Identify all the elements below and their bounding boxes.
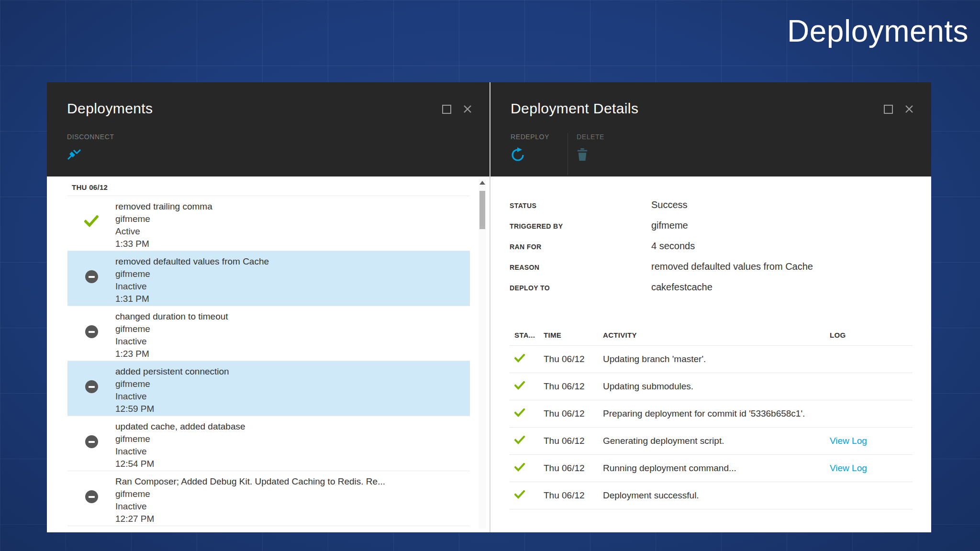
table-row: Thu 06/12 Deployment successful. xyxy=(510,482,913,509)
deployment-item-text: removed defaulted values from Cache gifm… xyxy=(115,251,269,306)
success-check-icon xyxy=(514,381,544,392)
row-time: Thu 06/12 xyxy=(544,490,603,501)
field-label: RAN FOR xyxy=(510,241,651,251)
redeploy-button[interactable]: REDEPLOY xyxy=(511,133,568,162)
deployment-state: Inactive xyxy=(115,280,269,293)
deployment-item[interactable]: Ran Composer; Added Debug Kit. Updated C… xyxy=(67,471,470,526)
command-bar: DISCONNECT xyxy=(67,133,114,162)
deployment-state: Inactive xyxy=(115,445,245,458)
row-time: Thu 06/12 xyxy=(544,381,603,392)
field-label: REASON xyxy=(510,261,651,271)
commit-message: updated cache, added database xyxy=(115,420,245,433)
activity-table: STA... TIME ACTIVITY LOG Thu 06/12 Updat… xyxy=(510,331,913,509)
deployment-state: Active xyxy=(115,225,212,238)
column-header-activity: ACTIVITY xyxy=(603,331,830,339)
inactive-minus-icon xyxy=(67,416,115,471)
row-time: Thu 06/12 xyxy=(544,463,603,474)
deployment-item[interactable]: removed trailing comma gifmeme Active 1:… xyxy=(67,196,470,251)
blade-title: Deployment Details xyxy=(511,100,638,117)
delete-button[interactable]: DELETE xyxy=(577,133,604,162)
close-icon[interactable] xyxy=(463,104,472,114)
success-check-icon xyxy=(514,463,544,474)
deployment-time: 12:54 PM xyxy=(115,458,245,470)
disconnect-label: DISCONNECT xyxy=(67,133,114,141)
field-row: TRIGGERED BY gifmeme xyxy=(510,220,912,241)
deployment-time: 12:59 PM xyxy=(115,403,229,415)
deployment-details-blade: Deployment Details REDEPLOY xyxy=(490,82,931,532)
deployment-state: Inactive xyxy=(115,390,229,403)
field-label: STATUS xyxy=(510,199,651,209)
inactive-minus-icon xyxy=(67,361,115,416)
row-time: Thu 06/12 xyxy=(544,408,603,419)
desktop-background: Deployments Deployments DISCONNECT xyxy=(0,0,980,551)
deployment-item[interactable]: updated cache, added database gifmeme In… xyxy=(67,416,470,471)
command-divider xyxy=(568,133,568,175)
activity-table-header: STA... TIME ACTIVITY LOG xyxy=(510,331,913,346)
commit-message: Ran Composer; Added Debug Kit. Updated C… xyxy=(115,475,385,488)
field-label: DEPLOY TO xyxy=(510,282,651,292)
window-controls xyxy=(442,104,472,114)
field-label: TRIGGERED BY xyxy=(510,220,651,230)
inactive-minus-icon xyxy=(67,251,115,306)
deployment-item-text: changed duration to timeout gifmeme Inac… xyxy=(115,306,228,361)
row-activity: Updating submodules. xyxy=(603,381,830,392)
window-controls xyxy=(884,104,914,114)
deployment-details-blade-header: Deployment Details REDEPLOY xyxy=(490,82,931,176)
deployment-state: Inactive xyxy=(115,500,385,513)
commit-message: removed defaulted values from Cache xyxy=(115,255,269,268)
field-value: gifmeme xyxy=(651,220,688,231)
deployment-item[interactable]: added persistent connection gifmeme Inac… xyxy=(67,361,470,416)
success-check-icon xyxy=(514,490,544,501)
success-check-icon xyxy=(514,408,544,419)
restore-icon[interactable] xyxy=(884,105,893,114)
row-activity: Deployment successful. xyxy=(603,490,830,501)
field-row: DEPLOY TO cakefestcache xyxy=(510,282,912,302)
deployment-item[interactable]: changed duration to timeout gifmeme Inac… xyxy=(67,306,470,361)
row-activity: Updating branch 'master'. xyxy=(603,354,830,364)
deployment-item-text: updated cache, added database gifmeme In… xyxy=(115,416,245,471)
author: gifmeme xyxy=(115,323,228,335)
blades-container: Deployments DISCONNECT xyxy=(47,82,931,532)
row-time: Thu 06/12 xyxy=(544,354,603,364)
field-value: Success xyxy=(651,199,688,210)
deployments-list-panel: THU 06/12 removed trailing comma gifmeme… xyxy=(47,176,490,532)
commit-message: added persistent connection xyxy=(115,365,229,378)
commit-message: removed trailing comma xyxy=(115,200,212,213)
scroll-up-icon[interactable] xyxy=(479,181,485,185)
row-activity: Preparing deployment for commit id '5336… xyxy=(603,408,830,419)
table-row: Thu 06/12 Running deployment command... … xyxy=(510,455,913,482)
table-row: Thu 06/12 Preparing deployment for commi… xyxy=(510,400,913,428)
author: gifmeme xyxy=(115,378,229,390)
view-log-link[interactable]: View Log xyxy=(830,463,913,474)
restore-icon[interactable] xyxy=(442,105,451,114)
vertical-scrollbar[interactable] xyxy=(479,178,486,529)
command-bar: REDEPLOY DELETE xyxy=(511,133,604,175)
scrollbar-thumb[interactable] xyxy=(479,191,485,229)
success-check-icon xyxy=(67,196,115,251)
disconnect-icon xyxy=(67,147,114,162)
inactive-minus-icon xyxy=(67,471,115,526)
date-group-header: THU 06/12 xyxy=(67,176,470,196)
column-header-time: TIME xyxy=(544,331,603,339)
trash-icon xyxy=(577,147,604,162)
inactive-minus-icon xyxy=(67,306,115,361)
detail-fields: STATUS Success TRIGGERED BY gifmeme RAN … xyxy=(510,199,912,302)
close-icon[interactable] xyxy=(904,104,914,114)
table-row: Thu 06/12 Updating branch 'master'. xyxy=(510,346,913,373)
view-log-link[interactable]: View Log xyxy=(830,436,913,446)
deployments-blade: Deployments DISCONNECT xyxy=(47,82,490,532)
deployment-time: 1:33 PM xyxy=(115,238,212,250)
deployment-item[interactable]: removed defaulted values from Cache gifm… xyxy=(67,251,470,306)
field-value: 4 seconds xyxy=(651,241,695,252)
disconnect-button[interactable]: DISCONNECT xyxy=(67,133,114,162)
redeploy-icon xyxy=(511,147,568,162)
field-row: RAN FOR 4 seconds xyxy=(510,241,912,261)
deployment-time: 1:31 PM xyxy=(115,293,269,305)
deployment-details-panel: STATUS Success TRIGGERED BY gifmeme RAN … xyxy=(490,176,931,532)
success-check-icon xyxy=(514,436,544,447)
column-header-log: LOG xyxy=(830,331,913,339)
author: gifmeme xyxy=(115,433,245,445)
author: gifmeme xyxy=(115,213,212,225)
commit-message: changed duration to timeout xyxy=(115,310,228,323)
page-title: Deployments xyxy=(787,13,969,49)
